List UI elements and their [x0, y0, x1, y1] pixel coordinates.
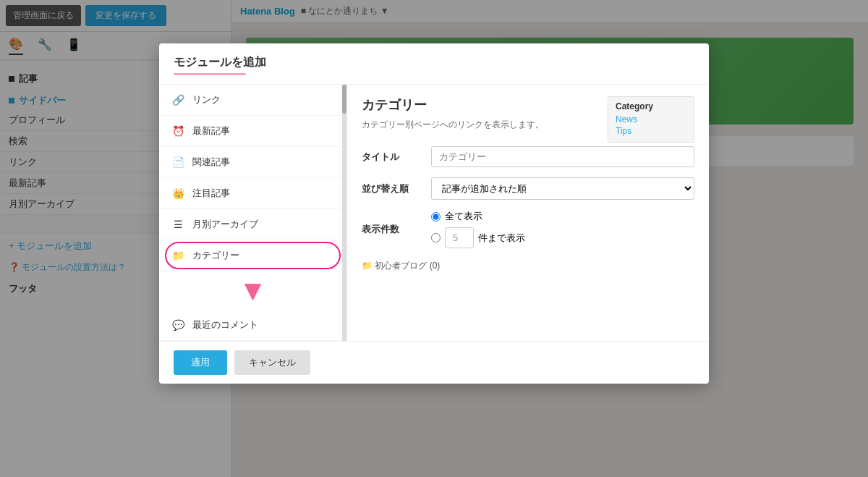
category-tree-item: 📁 初心者ブログ (0) [362, 258, 694, 274]
list-item-monthly[interactable]: ☰ 月別アーカイブ [159, 209, 346, 240]
detail-top-area: カテゴリー カテゴリー別ページへのリンクを表示します。 Category New… [362, 96, 694, 132]
category-icon: 📁 [171, 250, 185, 261]
comments-icon: 💬 [171, 319, 185, 331]
list-item-recent-label: 最新記事 [192, 124, 230, 138]
list-scrollbar-thumb[interactable] [342, 85, 346, 114]
radio-row-all: 全て表示 [431, 210, 525, 223]
modal-module-list: 🔗 リンク ⏰ 最新記事 📄 関連記事 👑 注目記事 ☰ 月別アーカイ [159, 85, 347, 341]
modal-overlay: モジュールを追加 🔗 リンク ⏰ 最新記事 📄 関連記事 [0, 0, 868, 477]
list-item-link-label: リンク [192, 93, 221, 106]
detail-description: カテゴリー別ページへのリンクを表示します。 [362, 118, 593, 132]
preview-category-tips: Tips [616, 126, 686, 136]
list-item-related[interactable]: 📄 関連記事 [159, 147, 346, 178]
modal-body: 🔗 リンク ⏰ 最新記事 📄 関連記事 👑 注目記事 ☰ 月別アーカイ [159, 85, 709, 341]
preview-category-news: News [616, 114, 686, 124]
radio-all-label: 全て表示 [445, 210, 482, 223]
count-limit-input[interactable] [445, 227, 474, 248]
arrow-icon: ▼ [239, 274, 268, 307]
list-item-comments[interactable]: 💬 最近のコメント [159, 310, 346, 341]
sort-select[interactable]: 記事が追加された順 [431, 177, 694, 200]
form-row-sort: 並び替え順 記事が追加された順 [362, 177, 694, 200]
form-row-title: タイトル [362, 146, 694, 167]
modal-title: モジュールを追加 [174, 55, 694, 70]
featured-icon: 👑 [171, 187, 185, 199]
radio-row-limit: 件まで表示 [431, 227, 525, 248]
monthly-icon: ☰ [171, 219, 185, 230]
list-item-recent[interactable]: ⏰ 最新記事 [159, 116, 346, 147]
detail-title: カテゴリー [362, 96, 593, 114]
list-item-monthly-label: 月別アーカイブ [192, 218, 258, 231]
recent-icon: ⏰ [171, 125, 185, 137]
form-label-title: タイトル [362, 151, 420, 164]
list-item-comments-label: 最近のコメント [192, 318, 258, 332]
list-item-link[interactable]: 🔗 リンク [159, 85, 346, 116]
apply-button[interactable]: 適用 [174, 350, 227, 375]
list-item-featured-label: 注目記事 [192, 187, 230, 200]
preview-category-title: Category [616, 101, 686, 111]
count-radio-group: 全て表示 件まで表示 [431, 210, 525, 248]
form-row-count: 表示件数 全て表示 件まで表示 [362, 210, 694, 248]
list-scrollbar[interactable] [342, 85, 346, 341]
modal-detail-panel: カテゴリー カテゴリー別ページへのリンクを表示します。 Category New… [347, 85, 709, 341]
list-item-related-label: 関連記事 [192, 156, 230, 169]
add-module-modal: モジュールを追加 🔗 リンク ⏰ 最新記事 📄 関連記事 [159, 43, 709, 384]
category-tree-label: 📁 初心者ブログ (0) [362, 260, 440, 272]
category-tree: 📁 初心者ブログ (0) [362, 258, 694, 274]
related-icon: 📄 [171, 156, 185, 168]
title-input[interactable] [431, 146, 694, 167]
modal-footer: 適用 キャンセル [159, 341, 709, 384]
modal-down-arrow: ▼ [159, 271, 346, 310]
radio-all[interactable] [431, 212, 441, 221]
list-item-featured[interactable]: 👑 注目記事 [159, 178, 346, 209]
cancel-button[interactable]: キャンセル [234, 350, 310, 375]
form-label-sort: 並び替え順 [362, 182, 420, 195]
link-icon: 🔗 [171, 94, 185, 106]
radio-limit-label: 件まで表示 [478, 232, 525, 245]
radio-limit[interactable] [431, 233, 441, 242]
modal-title-underline [174, 73, 246, 75]
list-item-category[interactable]: 📁 カテゴリー [159, 240, 346, 271]
modal-header: モジュールを追加 [159, 43, 709, 85]
list-item-category-label: カテゴリー [192, 249, 239, 262]
form-label-count: 表示件数 [362, 223, 420, 236]
category-preview-box: Category News Tips [608, 96, 694, 143]
